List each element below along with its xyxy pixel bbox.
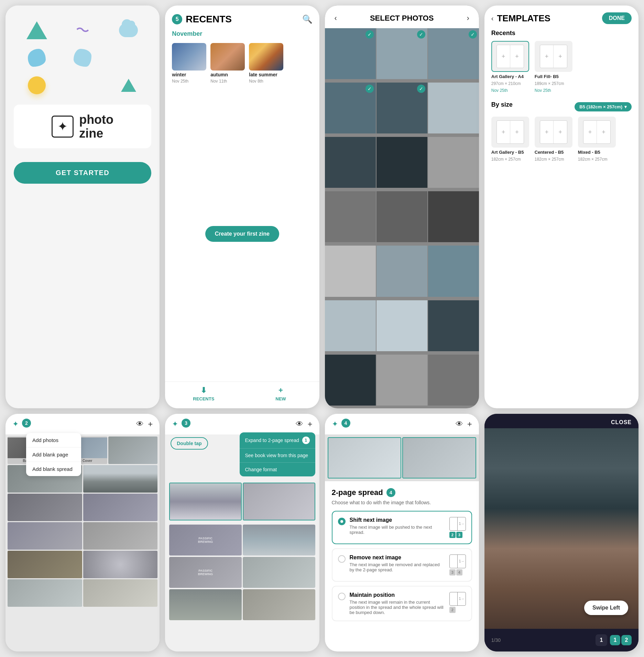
new-nav-label: NEW xyxy=(275,396,286,401)
page-ind-2[interactable]: 2 xyxy=(621,635,632,645)
page-thumb-4[interactable] xyxy=(8,494,82,521)
photo-cell-2[interactable]: ✓ xyxy=(376,28,427,79)
album-date-autumn: Nov 11th xyxy=(210,79,245,84)
photo-cell-21[interactable] xyxy=(428,355,479,406)
templates-back-button[interactable]: ‹ xyxy=(491,14,494,22)
page-ind-single[interactable]: 1 xyxy=(596,634,607,646)
diagram-maintain-numbers: 2 xyxy=(449,607,466,613)
template-half-e: + xyxy=(583,121,597,143)
swipe-left-button[interactable]: Swipe Left xyxy=(584,601,628,615)
page-street[interactable] xyxy=(243,589,315,620)
template-size-centered: 182cm × 257cm xyxy=(535,157,572,162)
option-maintain-pos[interactable]: Maintain position The next image will re… xyxy=(332,586,472,621)
diagram-shift-box: 1→ xyxy=(449,517,466,531)
photo-cell-19[interactable] xyxy=(325,355,376,406)
radio-shift xyxy=(338,518,346,525)
nav-recents[interactable]: ⬇ RECENTS xyxy=(165,386,242,401)
page-thumb-8[interactable] xyxy=(8,551,82,578)
menu-change-format[interactable]: Change format xyxy=(240,463,315,476)
templates-title: TEMPLATES xyxy=(497,13,598,24)
diagram-maintain-right: 1→ xyxy=(458,592,466,605)
menu-add-blank-page[interactable]: Add blank page xyxy=(26,448,81,462)
page-thumb-3[interactable] xyxy=(83,465,158,493)
photo-cell-17[interactable] xyxy=(376,300,427,351)
eye-icon[interactable]: 👁 xyxy=(136,420,144,429)
forward-nav-button[interactable]: › xyxy=(464,12,472,24)
album-name-winter: winter xyxy=(172,72,206,77)
album-autumn[interactable]: autumn Nov 11th xyxy=(210,43,245,84)
recents-nav-label: RECENTS xyxy=(193,396,214,401)
photo-cell-10[interactable] xyxy=(325,191,376,242)
back-nav-button[interactable]: ‹ xyxy=(332,12,340,24)
add-button-s6[interactable]: + xyxy=(307,419,312,429)
photo-cell-7[interactable] xyxy=(325,137,376,188)
photo-cell-8[interactable] xyxy=(376,137,427,188)
photo-cell-16[interactable] xyxy=(325,300,376,351)
template-size-full-fill: 189cm × 257cm xyxy=(535,81,572,86)
photo-cell-15[interactable] xyxy=(428,246,479,297)
screen-book-view: ✦ 👁 + 3 Double tap Expand to 2-page spre… xyxy=(165,414,319,651)
page-thumb-7[interactable] xyxy=(83,522,158,550)
diagram-maintain-box: 1→ xyxy=(449,592,466,606)
photo-cell-13[interactable] xyxy=(325,246,376,297)
spread-right-page[interactable] xyxy=(243,483,315,520)
templates-done-button[interactable]: DONE xyxy=(602,12,632,24)
menu-add-photos[interactable]: Add photos xyxy=(26,433,81,448)
page-thumb-6[interactable] xyxy=(8,522,82,550)
size-dropdown[interactable]: B5 (182cm × 257cm) ▾ xyxy=(575,102,632,111)
create-first-zine-button[interactable]: Create your first zine xyxy=(205,226,279,242)
nav-new[interactable]: + NEW xyxy=(242,386,319,401)
album-latesummer[interactable]: late summer Nov 8th xyxy=(249,43,283,84)
template-inner-art-gallery: + + xyxy=(496,45,524,68)
diagram-remove-numbers: 3 4 xyxy=(449,569,466,575)
menu-see-book-view[interactable]: See book view from this page xyxy=(240,449,315,463)
photo-cell-18[interactable] xyxy=(428,300,479,351)
close-label[interactable]: CLOSE xyxy=(484,414,638,428)
page-horizon[interactable] xyxy=(243,525,315,556)
photozine-icon-s7: ✦ xyxy=(332,420,338,429)
menu-expand-spread[interactable]: Expand to 2-page spread 1 xyxy=(240,432,315,449)
eye-icon-s7[interactable]: 👁 xyxy=(456,420,463,429)
photo-cell-5[interactable]: ✓ xyxy=(376,83,427,133)
template-art-gallery-a4[interactable]: + + Art Gallery - A4 297cm × 210cm Nov 2… xyxy=(491,41,529,93)
page-ind-pair: 1 2 xyxy=(610,635,632,645)
add-button-s7[interactable]: + xyxy=(467,419,472,429)
blob-shape-1 xyxy=(28,49,46,67)
photo-cell-6[interactable] xyxy=(428,83,479,133)
photo-cell-11[interactable] xyxy=(376,191,427,242)
page-thumb-10[interactable] xyxy=(8,579,82,607)
recents-nav-icon: ⬇ xyxy=(200,386,207,395)
photo-cell-4[interactable]: ✓ xyxy=(325,83,376,133)
template-mixed-b5[interactable]: + + Mixed - B5 182cm × 257cm xyxy=(578,117,616,162)
photo-cell-12[interactable] xyxy=(428,191,479,242)
spread-left-page[interactable] xyxy=(169,483,242,520)
template-full-fill-b5[interactable]: + + Full Fill- B5 189cm × 257cm Nov 25th xyxy=(535,41,572,93)
template-art-gallery-b5[interactable]: + + Art Gallery - B5 182cm × 257cm xyxy=(491,117,529,162)
template-centered-b5[interactable]: + + Centered - B5 182cm × 257cm xyxy=(535,117,572,162)
menu-add-blank-spread[interactable]: Add blank spread xyxy=(26,462,81,476)
diagram-maintain: 1→ 2 xyxy=(449,592,466,613)
page-thumb-5[interactable] xyxy=(83,494,158,521)
option-remove-next[interactable]: Remove next image The next image will be… xyxy=(332,548,472,582)
page-thumb-1[interactable] xyxy=(108,437,157,464)
page-market[interactable] xyxy=(169,589,242,620)
section-november: November xyxy=(165,28,319,40)
page-beer-labels[interactable]: PASSIFICBREWING xyxy=(169,525,242,556)
add-button[interactable]: + xyxy=(148,419,153,429)
page-beer-2[interactable]: PASSIFICBREWING xyxy=(169,557,242,588)
option-shift-next[interactable]: Shift next image The next image will be … xyxy=(332,511,472,544)
photo-cell-20[interactable] xyxy=(376,355,427,406)
eye-icon-s6[interactable]: 👁 xyxy=(296,420,303,429)
search-icon[interactable]: 🔍 xyxy=(302,14,313,24)
page-outdoor-scene[interactable] xyxy=(243,557,315,588)
page-thumb-11[interactable] xyxy=(83,579,158,607)
photo-cell-9[interactable] xyxy=(428,137,479,188)
page-thumb-9[interactable] xyxy=(83,551,158,578)
album-winter[interactable]: winter Nov 25th xyxy=(172,43,206,84)
photo-cell-14[interactable] xyxy=(376,246,427,297)
photo-cell-3[interactable]: ✓ xyxy=(428,28,479,79)
preview-image-area: Swipe Left xyxy=(484,428,638,629)
page-ind-1[interactable]: 1 xyxy=(610,635,620,645)
get-started-button[interactable]: GET STARTED xyxy=(14,162,151,184)
photo-cell-1[interactable]: ✓ xyxy=(325,28,376,79)
